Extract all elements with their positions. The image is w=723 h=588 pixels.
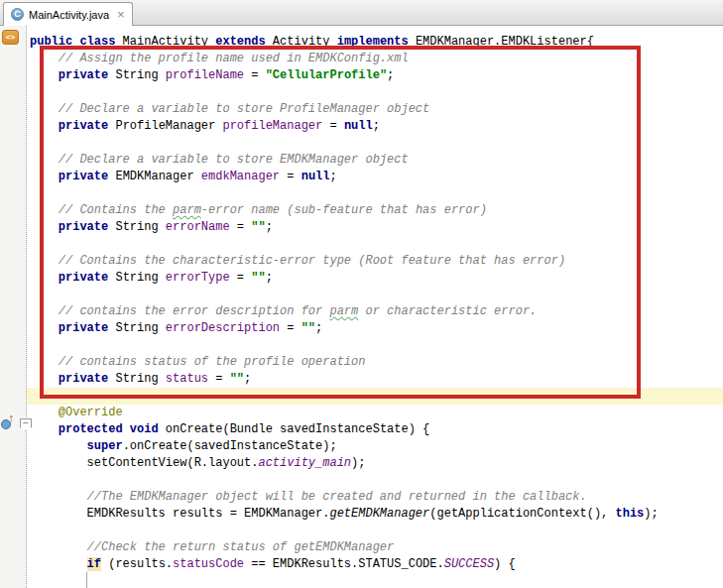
code-line[interactable]: // Declare a variable to store ProfileMa… <box>27 101 723 118</box>
code-editor: <> ↑ − public class MainActivity extends… <box>0 26 723 588</box>
tab-mainactivity-java[interactable]: C MainActivity.java × <box>3 2 133 26</box>
code-line[interactable]: private String status = ""; <box>27 371 723 388</box>
code-line[interactable] <box>27 84 723 101</box>
code-line[interactable]: // Contains the parm-error name (sub-fea… <box>27 202 723 219</box>
tab-close-icon[interactable]: × <box>117 8 125 21</box>
indent-guide-line <box>86 572 87 588</box>
editor-gutter: <> ↑ − <box>0 26 27 588</box>
code-line[interactable] <box>27 337 723 354</box>
code-line[interactable] <box>27 287 723 303</box>
code-line[interactable] <box>27 135 723 152</box>
tab-title: MainActivity.java <box>29 9 109 21</box>
code-line[interactable]: //The EMDKManager object will be created… <box>27 489 723 506</box>
editor-tab-bar: C MainActivity.java × <box>0 0 723 26</box>
code-line[interactable] <box>27 236 723 253</box>
override-up-arrow-icon: ↑ <box>8 411 14 426</box>
code-line[interactable] <box>27 573 723 588</box>
code-line[interactable] <box>27 523 723 539</box>
code-line[interactable]: //Check the return status of getEMDKMana… <box>27 539 723 556</box>
java-class-icon: C <box>11 8 24 21</box>
code-line[interactable]: private String profileName = "CellularPr… <box>27 67 723 84</box>
code-line[interactable]: // contains status of the profile operat… <box>27 354 723 371</box>
code-line-current[interactable] <box>27 388 723 405</box>
code-line[interactable]: protected void onCreate(Bundle savedInst… <box>27 421 723 438</box>
code-line[interactable]: if (results.statusCode == EMDKResults.ST… <box>27 556 723 573</box>
code-line[interactable]: // Contains the characteristic-error typ… <box>27 253 723 270</box>
code-line[interactable]: setContentView(R.layout.activity_main); <box>27 455 723 472</box>
code-lines: public class MainActivity extends Activi… <box>27 26 723 588</box>
code-line[interactable]: // Declare a variable to store EMDKManag… <box>27 152 723 169</box>
code-line[interactable]: @Override <box>27 405 723 421</box>
code-line[interactable]: // contains the error description for pa… <box>27 303 723 320</box>
code-line[interactable]: // Assign the profile name used in EMDKC… <box>27 51 723 67</box>
code-line[interactable]: private String errorType = ""; <box>27 270 723 287</box>
code-line[interactable] <box>27 472 723 489</box>
code-line[interactable]: private EMDKManager emdkManager = null; <box>27 169 723 185</box>
overriding-method-icon[interactable]: ↑ <box>1 413 17 429</box>
code-line[interactable]: private String errorName = ""; <box>27 219 723 236</box>
code-line[interactable]: EMDKResults results = EMDKManager.getEMD… <box>27 506 723 523</box>
code-line[interactable]: private ProfileManager profileManager = … <box>27 118 723 135</box>
code-line[interactable]: private String errorDescription = ""; <box>27 320 723 337</box>
code-line[interactable]: public class MainActivity extends Activi… <box>27 34 723 51</box>
related-xml-layout-icon[interactable]: <> <box>2 30 19 45</box>
code-line[interactable]: super.onCreate(savedInstanceState); <box>27 438 723 455</box>
code-line[interactable] <box>27 185 723 202</box>
